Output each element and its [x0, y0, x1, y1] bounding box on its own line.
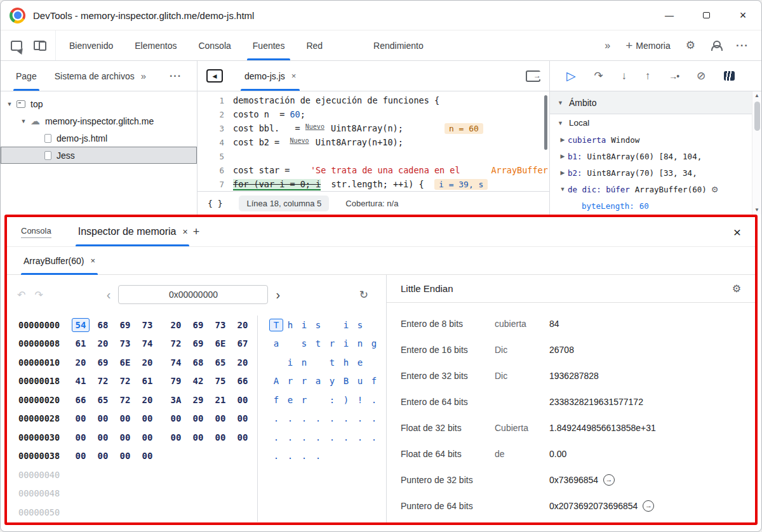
settings-gear-icon[interactable]: ⚙ — [686, 40, 695, 51]
close-drawer-icon[interactable]: × — [733, 225, 741, 239]
ascii-char[interactable]: s — [353, 319, 367, 331]
hex-byte[interactable]: 20 — [234, 318, 251, 332]
ascii-char[interactable]: . — [367, 394, 381, 406]
hex-byte[interactable]: 69 — [189, 336, 207, 350]
ascii-char[interactable]: . — [283, 449, 297, 462]
ascii-char[interactable]: i — [339, 319, 353, 331]
hex-byte[interactable]: 41 — [72, 374, 90, 388]
file-tree-item[interactable]: ▼ top — [1, 95, 197, 112]
open-in-new-tab-icon[interactable]: → — [526, 70, 540, 82]
ascii-char[interactable]: . — [269, 412, 283, 425]
hex-byte[interactable]: 72 — [167, 336, 185, 350]
hex-byte[interactable]: 6E — [211, 336, 229, 350]
ascii-char[interactable]: a — [311, 375, 325, 387]
minimize-button[interactable]: — — [651, 1, 688, 30]
ascii-char[interactable]: . — [353, 431, 367, 444]
tab-memoria[interactable]: + Memoria — [625, 39, 671, 51]
ascii-char[interactable]: s — [311, 319, 325, 331]
address-input[interactable] — [118, 285, 268, 304]
ascii-char[interactable] — [311, 394, 325, 406]
hex-byte[interactable]: 61 — [138, 374, 156, 388]
deactivate-breakpoints-icon[interactable]: ⊘ — [697, 70, 705, 81]
sidebar-more-options-icon[interactable]: ··· — [170, 70, 182, 82]
scope-scrollbar[interactable]: ▲ ▼ — [752, 91, 761, 215]
sidebar-tab[interactable]: Page — [7, 61, 46, 91]
scope-variable[interactable]: byteLength: 60 — [550, 197, 761, 214]
ascii-char[interactable]: . — [297, 412, 311, 425]
ascii-char[interactable]: n — [297, 356, 311, 369]
hex-byte[interactable]: 00 — [72, 449, 90, 463]
hex-byte[interactable]: 00 — [138, 411, 156, 425]
sign-mode-label[interactable]: Dic — [495, 345, 549, 355]
hex-byte[interactable]: 00 — [138, 430, 156, 444]
file-tree-item[interactable]: ▼ ☁ memory-inspector.glitch.me — [1, 112, 197, 130]
line-number[interactable]: 6 — [197, 166, 233, 175]
sign-mode-label[interactable]: de — [495, 449, 549, 459]
hex-byte[interactable]: 6E — [116, 356, 134, 369]
hex-byte[interactable]: 00 — [234, 393, 251, 407]
hex-byte[interactable]: 67 — [234, 336, 251, 350]
ascii-char[interactable]: r — [325, 337, 339, 350]
hex-byte[interactable]: 00 — [234, 411, 251, 425]
hex-byte[interactable]: 00 — [116, 430, 134, 444]
tab-arraybuffer[interactable]: ArrayBuffer(60) × — [21, 247, 98, 274]
ascii-char[interactable]: r — [297, 394, 311, 406]
ascii-char[interactable]: . — [283, 412, 297, 425]
inline-value-badge[interactable]: i = 39, s — [434, 179, 488, 190]
close-editor-tab-icon[interactable]: × — [291, 71, 297, 81]
jump-to-address-icon[interactable]: → — [603, 474, 615, 486]
hex-byte[interactable]: 72 — [94, 374, 112, 388]
resume-script-icon[interactable]: ▷ — [566, 70, 576, 82]
scope-variable[interactable]: ▼ de dic: búfer ArrayBuffer(60) ⚙ — [550, 181, 761, 197]
reveal-in-memory-inspector-icon[interactable]: ⚙ — [711, 185, 719, 194]
scope-expander-icon[interactable]: ▶ — [558, 153, 568, 159]
pause-on-exceptions-icon[interactable] — [724, 71, 735, 81]
hex-byte[interactable]: 20 — [138, 356, 156, 369]
hex-byte[interactable]: 54 — [72, 318, 90, 332]
scope-variable[interactable]: ▶ b1: Uint8Array(60) [84, 104, — [550, 148, 761, 164]
close-memory-inspector-tab-icon[interactable]: × — [182, 227, 187, 237]
hex-byte[interactable]: 73 — [116, 336, 134, 350]
line-number[interactable]: 5 — [197, 152, 233, 161]
ascii-char[interactable]: . — [325, 412, 339, 425]
ascii-char[interactable] — [367, 356, 381, 369]
hex-byte[interactable]: 00 — [211, 411, 229, 425]
hex-byte[interactable]: 66 — [234, 374, 251, 388]
panel-tab[interactable]: Rendimiento — [363, 30, 434, 60]
hex-byte[interactable]: 73 — [138, 318, 156, 332]
toggle-navigator-icon[interactable]: ◀ — [206, 69, 223, 83]
undo-icon[interactable]: ↶ — [17, 289, 25, 301]
more-tabs-icon[interactable]: » — [605, 40, 610, 51]
hex-byte[interactable]: 00 — [72, 430, 90, 444]
jump-to-address-icon[interactable]: → — [643, 500, 654, 512]
ascii-char[interactable] — [325, 319, 339, 331]
hex-byte[interactable]: 20 — [138, 393, 156, 407]
ascii-char[interactable]: f — [269, 394, 283, 406]
hex-byte[interactable]: 72 — [116, 393, 134, 407]
ascii-char[interactable] — [269, 356, 283, 369]
panel-tab[interactable]: Red — [295, 30, 333, 60]
ascii-char[interactable]: h — [283, 319, 297, 331]
hex-byte[interactable]: 21 — [211, 393, 229, 407]
ascii-char[interactable]: r — [283, 375, 297, 387]
hex-byte[interactable]: 61 — [72, 336, 90, 350]
hex-byte[interactable]: 00 — [211, 430, 229, 444]
ascii-char[interactable]: y — [325, 375, 339, 387]
ascii-char[interactable]: . — [269, 431, 283, 444]
ascii-char[interactable]: . — [367, 431, 381, 444]
hex-byte[interactable]: 79 — [167, 374, 185, 388]
tree-expander-icon[interactable]: ▼ — [18, 118, 29, 124]
ascii-char[interactable]: n — [353, 337, 367, 350]
inspect-element-icon[interactable] — [11, 41, 22, 51]
pretty-print-icon[interactable]: { } — [208, 199, 222, 208]
line-number[interactable]: 2 — [197, 110, 233, 119]
ascii-char[interactable]: . — [339, 412, 353, 425]
line-number[interactable]: 3 — [197, 124, 233, 133]
scope-expander-icon[interactable]: ▶ — [558, 136, 568, 143]
step-over-icon[interactable]: ↷ — [594, 70, 603, 81]
hex-byte[interactable]: 20 — [167, 318, 185, 332]
ascii-char[interactable]: ! — [353, 394, 367, 406]
ascii-char[interactable]: A — [269, 375, 283, 387]
ascii-char[interactable]: . — [297, 449, 311, 462]
ascii-char[interactable]: g — [367, 337, 381, 350]
